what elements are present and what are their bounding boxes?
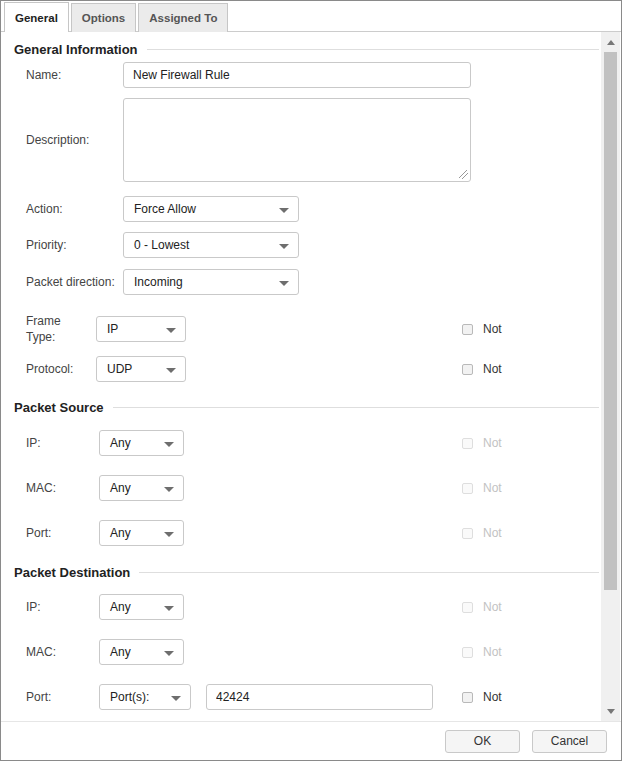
scroll-up-button[interactable] <box>601 35 620 50</box>
source-mac-not-group: Not <box>462 481 502 495</box>
source-ip-select[interactable]: Any <box>99 430 184 456</box>
priority-select-value: 0 - Lowest <box>134 238 189 252</box>
packet-direction-label: Packet direction: <box>26 275 123 289</box>
frame-type-select[interactable]: IP <box>96 316 186 342</box>
source-mac-select[interactable]: Any <box>99 475 184 501</box>
form-scroll-area: General Information Name: Description: A… <box>1 32 602 723</box>
scroll-down-button[interactable] <box>601 704 620 719</box>
section-title: General Information <box>14 42 138 57</box>
chevron-down-icon <box>164 487 174 492</box>
tab-assigned-to-label: Assigned To <box>149 12 217 24</box>
tab-bar: General Options Assigned To <box>1 1 621 32</box>
chevron-down-icon <box>164 606 174 611</box>
source-port-not-label: Not <box>483 526 502 540</box>
source-mac-field-row: MAC: Any Not <box>1 475 602 501</box>
destination-mac-not-group: Not <box>462 645 502 659</box>
source-ip-field-row: IP: Any Not <box>1 430 602 456</box>
source-port-label: Port: <box>26 526 99 540</box>
packet-direction-select[interactable]: Incoming <box>123 269 299 295</box>
protocol-field-row: Protocol: UDP Not <box>1 356 602 382</box>
protocol-not-label: Not <box>483 362 502 376</box>
frame-type-field-row: Frame Type: IP Not <box>1 313 602 345</box>
destination-port-not-label: Not <box>483 690 502 704</box>
chevron-down-icon <box>279 208 289 213</box>
source-port-not-checkbox <box>462 528 473 539</box>
action-field-row: Action: Force Allow <box>1 196 602 222</box>
vertical-scrollbar[interactable] <box>601 32 620 723</box>
destination-ip-not-label: Not <box>483 600 502 614</box>
protocol-label: Protocol: <box>26 361 96 377</box>
tab-general-label: General <box>15 12 58 24</box>
destination-mac-select-value: Any <box>110 645 131 659</box>
destination-port-type-select[interactable]: Port(s): <box>99 684 191 710</box>
chevron-down-icon <box>166 328 176 333</box>
cancel-button[interactable]: Cancel <box>532 730 607 753</box>
destination-port-not-checkbox[interactable] <box>462 692 473 703</box>
destination-ip-not-checkbox <box>462 602 473 613</box>
destination-port-field-row: Port: Port(s): Not <box>1 684 602 710</box>
name-label: Name: <box>26 68 123 82</box>
destination-mac-select[interactable]: Any <box>99 639 184 665</box>
chevron-down-icon <box>279 281 289 286</box>
protocol-not-checkbox[interactable] <box>462 364 473 375</box>
triangle-down-icon <box>607 709 615 714</box>
action-select-value: Force Allow <box>134 202 196 216</box>
source-port-select-value: Any <box>110 526 131 540</box>
protocol-not-group: Not <box>462 362 502 376</box>
destination-ip-select[interactable]: Any <box>99 594 184 620</box>
chevron-down-icon <box>171 696 181 701</box>
section-title: Packet Destination <box>14 565 130 580</box>
section-packet-destination: Packet Destination <box>14 564 599 580</box>
tab-general[interactable]: General <box>4 2 69 32</box>
destination-mac-label: MAC: <box>26 645 99 659</box>
dialog-footer: OK Cancel <box>1 721 621 760</box>
source-ip-not-label: Not <box>483 436 502 450</box>
name-input[interactable] <box>123 62 471 88</box>
section-title: Packet Source <box>14 400 104 415</box>
tab-assigned-to[interactable]: Assigned To <box>138 3 228 32</box>
source-ip-not-checkbox <box>462 438 473 449</box>
destination-port-input[interactable] <box>206 684 433 710</box>
destination-mac-not-checkbox <box>462 647 473 658</box>
source-mac-select-value: Any <box>110 481 131 495</box>
priority-field-row: Priority: 0 - Lowest <box>1 232 602 258</box>
priority-select[interactable]: 0 - Lowest <box>123 232 299 258</box>
description-field-row: Description: <box>1 98 602 182</box>
chevron-down-icon <box>164 442 174 447</box>
destination-ip-not-group: Not <box>462 600 502 614</box>
tab-options[interactable]: Options <box>71 3 136 32</box>
ok-button[interactable]: OK <box>445 730 520 753</box>
frame-type-not-label: Not <box>483 322 502 336</box>
source-port-not-group: Not <box>462 526 502 540</box>
frame-type-not-checkbox[interactable] <box>462 324 473 335</box>
source-ip-not-group: Not <box>462 436 502 450</box>
destination-port-type-select-value: Port(s): <box>110 690 149 704</box>
source-ip-select-value: Any <box>110 436 131 450</box>
description-textarea[interactable] <box>123 98 471 182</box>
chevron-down-icon <box>164 651 174 656</box>
triangle-up-icon <box>607 40 615 45</box>
destination-mac-field-row: MAC: Any Not <box>1 639 602 665</box>
firewall-rule-dialog: General Options Assigned To General Info… <box>0 0 622 761</box>
action-label: Action: <box>26 202 123 216</box>
tab-options-label: Options <box>82 12 125 24</box>
action-select[interactable]: Force Allow <box>123 196 299 222</box>
destination-ip-select-value: Any <box>110 600 131 614</box>
description-textarea-wrap <box>123 98 471 182</box>
protocol-select[interactable]: UDP <box>96 356 186 382</box>
source-ip-label: IP: <box>26 436 99 450</box>
name-field-row: Name: <box>1 62 602 88</box>
chevron-down-icon <box>279 244 289 249</box>
source-port-select[interactable]: Any <box>99 520 184 546</box>
destination-ip-label: IP: <box>26 600 99 614</box>
priority-label: Priority: <box>26 238 123 252</box>
frame-type-select-value: IP <box>107 322 118 336</box>
source-port-field-row: Port: Any Not <box>1 520 602 546</box>
source-mac-not-label: Not <box>483 481 502 495</box>
source-mac-label: MAC: <box>26 481 99 495</box>
packet-direction-select-value: Incoming <box>134 275 183 289</box>
frame-type-not-group: Not <box>462 322 502 336</box>
destination-port-not-group: Not <box>462 690 502 704</box>
section-packet-source: Packet Source <box>14 399 599 415</box>
scrollbar-thumb[interactable] <box>604 52 617 590</box>
